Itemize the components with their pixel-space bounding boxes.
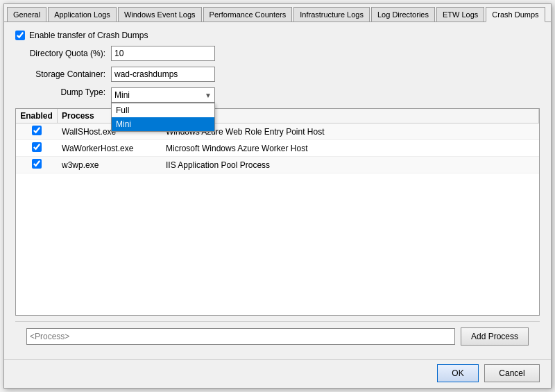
tab-log-directories[interactable]: Log Directories xyxy=(371,7,435,22)
tab-etw-logs[interactable]: ETW Logs xyxy=(436,7,484,22)
row2-process-cell: WaWorkerHost.exe xyxy=(58,142,162,155)
dump-type-label: Dump Type: xyxy=(15,87,105,97)
storage-container-row: Storage Container: xyxy=(15,67,540,82)
tab-application-logs[interactable]: Application Logs xyxy=(48,7,117,22)
main-dialog: General Application Logs Windows Event L… xyxy=(3,3,552,389)
tab-content-crash-dumps: Enable transfer of Crash Dumps Directory… xyxy=(4,22,551,359)
storage-container-label: Storage Container: xyxy=(15,69,105,79)
tab-crash-dumps[interactable]: Crash Dumps xyxy=(486,7,545,22)
dialog-footer: OK Cancel xyxy=(4,359,551,388)
ok-button[interactable]: OK xyxy=(437,364,479,382)
dump-type-select[interactable]: Mini ▼ xyxy=(111,87,215,103)
row3-process-cell: w3wp.exe xyxy=(58,158,162,172)
row1-enabled-checkbox[interactable] xyxy=(32,126,42,135)
add-process-bar: Add Process xyxy=(15,321,540,351)
dump-type-dropdown: Full Mini xyxy=(111,103,215,132)
tab-infrastructure-logs[interactable]: Infrastructure Logs xyxy=(293,7,370,22)
table-header-row: Enabled Process Name xyxy=(16,109,539,123)
row3-name-cell: IIS Application Pool Process xyxy=(162,158,539,172)
row2-name-cell: Microsoft Windows Azure Worker Host xyxy=(162,142,539,155)
row1-name-cell: Windows Azure Web Role Entry Point Host xyxy=(162,125,539,139)
row2-enabled-checkbox[interactable] xyxy=(32,142,42,152)
cancel-button[interactable]: Cancel xyxy=(484,364,540,382)
table-row: WaWorkerHost.exe Microsoft Windows Azure… xyxy=(16,140,539,157)
process-input[interactable] xyxy=(26,328,455,345)
directory-quota-input[interactable] xyxy=(111,46,215,61)
process-table: Enabled Process Name WallSHost.exe Windo… xyxy=(15,108,540,316)
dump-type-selected-value: Mini xyxy=(114,90,130,100)
enable-transfer-row: Enable transfer of Crash Dumps xyxy=(15,31,540,40)
storage-container-input[interactable] xyxy=(111,67,215,82)
enable-transfer-label: Enable transfer of Crash Dumps xyxy=(29,31,148,40)
tab-bar: General Application Logs Windows Event L… xyxy=(4,4,551,22)
tab-performance-counters[interactable]: Performance Counters xyxy=(203,7,293,22)
tab-general[interactable]: General xyxy=(7,7,46,22)
table-row: WallSHost.exe Windows Azure Web Role Ent… xyxy=(16,123,539,140)
directory-quota-row: Directory Quota (%): xyxy=(15,46,540,61)
table-row: w3wp.exe IIS Application Pool Process xyxy=(16,157,539,173)
col-header-enabled: Enabled xyxy=(16,109,58,123)
dump-type-select-wrapper: Mini ▼ Full Mini xyxy=(111,87,215,103)
dump-type-option-mini[interactable]: Mini xyxy=(112,117,214,131)
row2-enabled-cell xyxy=(16,140,58,156)
dump-type-row: Dump Type: Mini ▼ Full Mini xyxy=(15,87,540,103)
dropdown-arrow-icon: ▼ xyxy=(205,92,212,99)
row3-enabled-checkbox[interactable] xyxy=(32,159,42,169)
dump-type-option-full[interactable]: Full xyxy=(112,103,214,117)
tab-windows-event-logs[interactable]: Windows Event Logs xyxy=(118,7,202,22)
enable-transfer-checkbox[interactable] xyxy=(15,31,25,40)
row3-enabled-cell xyxy=(16,157,58,173)
add-process-button[interactable]: Add Process xyxy=(461,327,529,346)
directory-quota-label: Directory Quota (%): xyxy=(15,49,105,58)
row1-enabled-cell xyxy=(16,123,58,139)
col-header-name: Name xyxy=(162,109,539,123)
